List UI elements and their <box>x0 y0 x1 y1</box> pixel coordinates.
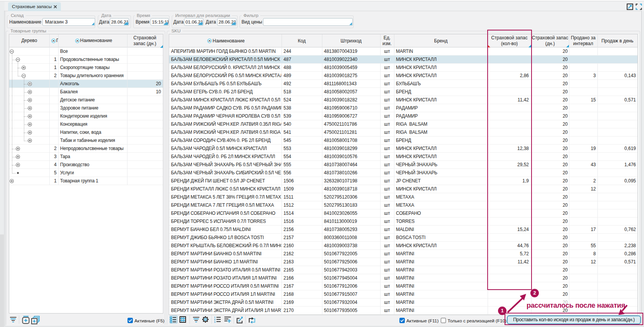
svg-text:3: 3 <box>214 321 216 323</box>
